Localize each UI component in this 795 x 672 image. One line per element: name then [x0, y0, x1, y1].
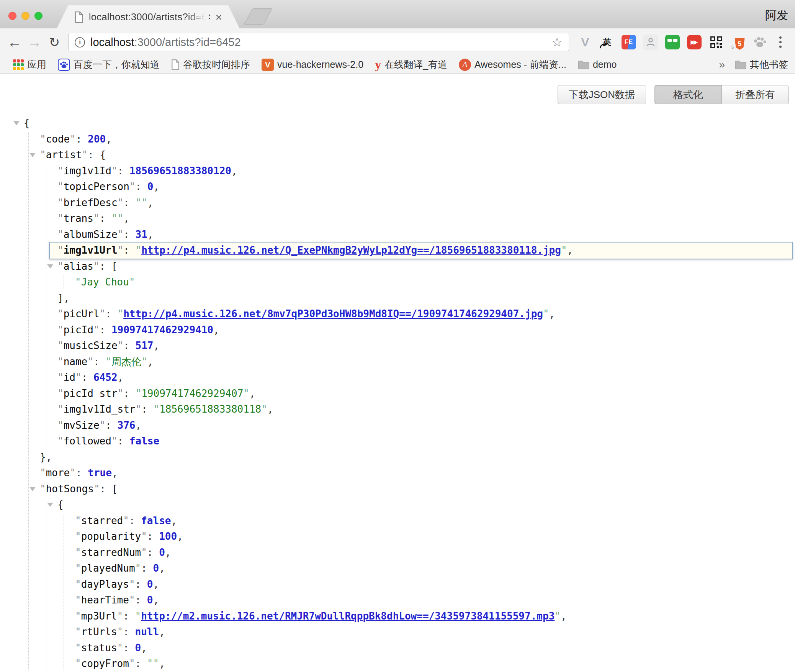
- json-row-selected: "img1v1Url": "http://p4.music.126.net/Q_…: [0, 243, 795, 259]
- json-key: copyFrom: [81, 658, 129, 669]
- bookmarks-right: » 其他书签: [719, 58, 788, 71]
- bookmark-star-icon[interactable]: ☆: [551, 35, 563, 49]
- html5-player-icon[interactable]: s 5: [730, 34, 746, 50]
- bookmark-label: vue-hackernews-2.0: [277, 59, 363, 70]
- reload-icon[interactable]: ↻: [44, 36, 64, 49]
- format-button[interactable]: 格式化: [654, 85, 722, 104]
- json-row: "mvSize": 376,: [0, 418, 795, 434]
- collapse-toggle-icon[interactable]: [47, 264, 53, 269]
- json-key: alias: [64, 261, 93, 272]
- json-row: "musicSize": 517,: [0, 338, 795, 354]
- maximize-window-icon[interactable]: [34, 12, 43, 20]
- json-value: 0: [147, 579, 153, 590]
- collapse-all-button[interactable]: 折叠所有: [721, 85, 789, 104]
- json-row: "starred": false,: [0, 513, 795, 529]
- json-bracket: {: [24, 117, 30, 129]
- forward-icon[interactable]: →: [25, 35, 44, 49]
- collapse-toggle-icon[interactable]: [13, 121, 20, 125]
- chrome-menu-icon[interactable]: [773, 36, 788, 48]
- json-bracket: ],: [57, 292, 69, 304]
- json-link[interactable]: http://m2.music.126.net/RMJR7wDullRqppBk…: [141, 610, 555, 622]
- json-key: img1v1Url: [64, 244, 118, 256]
- address-bar[interactable]: i localhost:3000/artists?id=6452 ☆: [68, 33, 569, 51]
- profile-name[interactable]: 阿发: [765, 8, 788, 23]
- json-key: dayPlays: [81, 579, 129, 590]
- vue-devtools-icon[interactable]: V: [577, 34, 593, 50]
- json-link[interactable]: http://p4.music.126.net/Q_ExePNkmgB2yWyL…: [141, 244, 561, 256]
- json-row: "followed": false: [0, 433, 795, 449]
- doc-bookmark-icon: [171, 59, 180, 70]
- json-row: "id": 6452,: [0, 370, 795, 386]
- page-content: 下载JSON数据 格式化 折叠所有 {"code": 200,"artist":…: [0, 85, 795, 672]
- baidu-bookmark-icon: [58, 59, 70, 71]
- json-value: 6452: [93, 372, 118, 383]
- tampermonkey-icon[interactable]: [665, 34, 680, 50]
- bookmark-item[interactable]: 谷歌按时间排序: [171, 58, 250, 71]
- person-extension-icon[interactable]: [643, 34, 658, 50]
- json-key: rtUrls: [81, 626, 117, 638]
- back-icon[interactable]: ←: [5, 35, 25, 49]
- bookmark-item[interactable]: 百度一下，你就知道: [58, 58, 160, 71]
- json-key: starredNum: [81, 547, 141, 558]
- json-value: 18569651883380120: [129, 165, 231, 177]
- video-speed-icon[interactable]: ▶▶: [687, 34, 702, 50]
- json-value: 200: [88, 133, 106, 145]
- json-link[interactable]: http://p4.music.126.net/8mv7qP30Pd3oHW8b…: [123, 308, 543, 320]
- json-bracket: },: [40, 451, 52, 463]
- bookmark-item[interactable]: AAwesomes - 前端资...: [459, 58, 566, 71]
- qr-code-icon[interactable]: [708, 34, 724, 50]
- view-mode-group: 格式化 折叠所有: [654, 85, 789, 104]
- minimize-window-icon[interactable]: [21, 12, 29, 20]
- json-key: more: [46, 467, 70, 479]
- json-tree: {"code": 200,"artist": {"img1v1Id": 1856…: [0, 115, 795, 672]
- json-bracket: {: [100, 149, 106, 161]
- collapse-toggle-icon[interactable]: [29, 153, 36, 157]
- translate-icon[interactable]: 英: [599, 34, 615, 50]
- traffic-lights: [8, 12, 43, 20]
- collapse-toggle-icon[interactable]: [29, 487, 36, 491]
- json-key: picId: [64, 324, 93, 336]
- json-row: "starredNum": 0,: [0, 545, 795, 561]
- bookmark-item[interactable]: y在线翻译_有道: [375, 57, 447, 72]
- browser-tab[interactable]: localhost:3000/artists?id=645 ×: [57, 5, 240, 29]
- other-bookmarks-folder[interactable]: 其他书签: [735, 58, 788, 71]
- url-host: localhost: [90, 36, 134, 48]
- json-key: topicPerson: [64, 181, 129, 192]
- bookmark-item[interactable]: 应用: [13, 58, 46, 71]
- json-key: id: [64, 372, 75, 383]
- bookmarks-bar: 应用百度一下，你就知道谷歌按时间排序Vvue-hackernews-2.0y在线…: [0, 56, 795, 74]
- bookmark-item[interactable]: demo: [578, 59, 617, 70]
- json-row: },: [0, 449, 795, 465]
- json-value: 376: [118, 420, 136, 431]
- json-row: "albumSize": 31,: [0, 227, 795, 243]
- json-row: "topicPerson": 0,: [0, 179, 795, 195]
- json-value: 18569651883380118: [159, 403, 261, 415]
- paw-extension-icon[interactable]: [752, 34, 767, 50]
- json-key: musicSize: [64, 340, 118, 351]
- json-key: mp3Url: [81, 610, 117, 622]
- json-value: false: [141, 515, 171, 526]
- new-tab-button[interactable]: [244, 8, 272, 25]
- collapse-toggle-icon[interactable]: [47, 503, 53, 507]
- bookmark-item[interactable]: Vvue-hackernews-2.0: [262, 59, 363, 71]
- json-viewer-actions: 下载JSON数据 格式化 折叠所有: [0, 85, 789, 104]
- json-bracket: [: [111, 261, 118, 272]
- json-row: "code": 200,: [0, 131, 795, 148]
- folder-bookmark-icon: [578, 60, 589, 69]
- site-info-icon[interactable]: i: [75, 37, 85, 48]
- download-json-button[interactable]: 下载JSON数据: [558, 85, 646, 104]
- bookmarks-overflow-icon[interactable]: »: [719, 59, 725, 71]
- browser-toolbar: ← → ↻ i localhost:3000/artists?id=6452 ☆…: [0, 28, 795, 56]
- tab-close-icon[interactable]: ×: [215, 11, 222, 23]
- fe-extension-icon[interactable]: FE: [621, 34, 636, 50]
- url-text[interactable]: localhost:3000/artists?id=6452: [90, 36, 241, 49]
- json-key: code: [46, 133, 70, 145]
- json-value: 19097417462929407: [141, 388, 243, 399]
- json-row: "trans": "",: [0, 211, 795, 227]
- json-row: {: [0, 115, 795, 131]
- json-row: "mp3Url": "http://m2.music.126.net/RMJR7…: [0, 608, 795, 624]
- json-value: 0: [147, 594, 153, 606]
- json-value: Jay Chou: [81, 276, 129, 288]
- json-row: "hearTime": 0,: [0, 592, 795, 608]
- close-window-icon[interactable]: [8, 12, 16, 20]
